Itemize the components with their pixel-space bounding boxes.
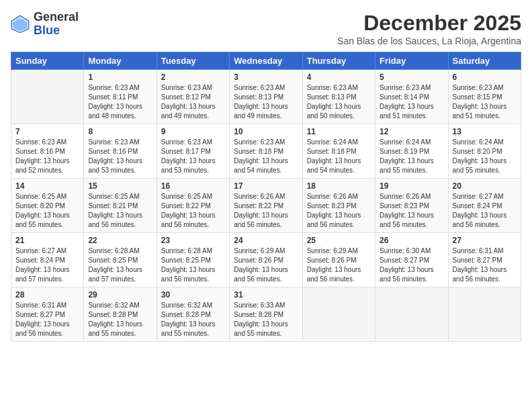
day-number: 1 [88, 73, 152, 82]
day-info: Sunrise: 6:32 AM Sunset: 8:28 PM Dayligh… [88, 301, 152, 338]
table-row [448, 287, 521, 342]
day-number: 24 [234, 236, 298, 245]
table-row: 16Sunrise: 6:25 AM Sunset: 8:22 PM Dayli… [157, 179, 229, 233]
col-friday: Friday [375, 52, 448, 70]
table-row: 1Sunrise: 6:23 AM Sunset: 8:11 PM Daylig… [84, 70, 157, 124]
table-row: 3Sunrise: 6:23 AM Sunset: 8:13 PM Daylig… [230, 70, 302, 124]
day-info: Sunrise: 6:27 AM Sunset: 8:24 PM Dayligh… [15, 246, 79, 284]
day-info: Sunrise: 6:33 AM Sunset: 8:28 PM Dayligh… [234, 301, 298, 338]
table-row: 14Sunrise: 6:25 AM Sunset: 8:20 PM Dayli… [11, 179, 84, 233]
day-number: 15 [88, 181, 152, 191]
day-number: 7 [15, 127, 79, 136]
day-info: Sunrise: 6:26 AM Sunset: 8:23 PM Dayligh… [307, 192, 371, 230]
day-number: 19 [380, 181, 443, 191]
table-row: 9Sunrise: 6:23 AM Sunset: 8:17 PM Daylig… [157, 124, 229, 179]
day-number: 29 [88, 290, 152, 300]
day-number: 11 [307, 127, 371, 136]
day-number: 4 [307, 73, 371, 82]
table-row: 20Sunrise: 6:27 AM Sunset: 8:24 PM Dayli… [448, 179, 521, 233]
table-row: 17Sunrise: 6:26 AM Sunset: 8:22 PM Dayli… [230, 179, 302, 233]
day-number: 12 [380, 127, 443, 136]
day-number: 18 [307, 181, 371, 191]
col-wednesday: Wednesday [230, 52, 302, 70]
day-number: 9 [161, 127, 225, 136]
table-row [11, 70, 84, 124]
table-row: 21Sunrise: 6:27 AM Sunset: 8:24 PM Dayli… [11, 233, 84, 287]
day-info: Sunrise: 6:26 AM Sunset: 8:22 PM Dayligh… [234, 192, 298, 230]
day-info: Sunrise: 6:23 AM Sunset: 8:17 PM Dayligh… [161, 138, 225, 175]
table-row: 11Sunrise: 6:24 AM Sunset: 8:18 PM Dayli… [302, 124, 375, 179]
day-info: Sunrise: 6:25 AM Sunset: 8:21 PM Dayligh… [88, 192, 152, 230]
day-info: Sunrise: 6:30 AM Sunset: 8:27 PM Dayligh… [380, 246, 443, 284]
table-row: 30Sunrise: 6:32 AM Sunset: 8:28 PM Dayli… [157, 287, 229, 342]
day-number: 28 [15, 290, 79, 300]
calendar-week-2: 7Sunrise: 6:23 AM Sunset: 8:16 PM Daylig… [11, 124, 521, 179]
day-info: Sunrise: 6:32 AM Sunset: 8:28 PM Dayligh… [161, 301, 225, 338]
logo: General Blue [11, 11, 79, 38]
day-number: 10 [234, 127, 298, 136]
day-info: Sunrise: 6:23 AM Sunset: 8:15 PM Dayligh… [453, 83, 517, 121]
day-info: Sunrise: 6:29 AM Sunset: 8:26 PM Dayligh… [307, 246, 371, 284]
title-section: December 2025 San Blas de los Sauces, La… [337, 11, 521, 46]
day-info: Sunrise: 6:28 AM Sunset: 8:25 PM Dayligh… [161, 246, 225, 284]
table-row: 23Sunrise: 6:28 AM Sunset: 8:25 PM Dayli… [157, 233, 229, 287]
table-row [302, 287, 375, 342]
table-row: 10Sunrise: 6:23 AM Sunset: 8:18 PM Dayli… [230, 124, 302, 179]
day-number: 8 [88, 127, 152, 136]
day-number: 23 [161, 236, 225, 245]
day-number: 5 [380, 73, 443, 82]
col-sunday: Sunday [11, 52, 84, 70]
col-saturday: Saturday [448, 52, 521, 70]
table-row: 13Sunrise: 6:24 AM Sunset: 8:20 PM Dayli… [448, 124, 521, 179]
day-info: Sunrise: 6:24 AM Sunset: 8:18 PM Dayligh… [307, 138, 371, 175]
day-number: 6 [453, 73, 517, 82]
page-header: General Blue December 2025 San Blas de l… [11, 11, 521, 46]
day-info: Sunrise: 6:23 AM Sunset: 8:13 PM Dayligh… [234, 83, 298, 121]
table-row: 8Sunrise: 6:23 AM Sunset: 8:16 PM Daylig… [84, 124, 157, 179]
col-monday: Monday [84, 52, 157, 70]
col-thursday: Thursday [302, 52, 375, 70]
calendar-week-5: 28Sunrise: 6:31 AM Sunset: 8:27 PM Dayli… [11, 287, 521, 342]
day-info: Sunrise: 6:29 AM Sunset: 8:26 PM Dayligh… [234, 246, 298, 284]
table-row: 4Sunrise: 6:23 AM Sunset: 8:13 PM Daylig… [302, 70, 375, 124]
table-row: 18Sunrise: 6:26 AM Sunset: 8:23 PM Dayli… [302, 179, 375, 233]
day-number: 21 [15, 236, 79, 245]
table-row: 31Sunrise: 6:33 AM Sunset: 8:28 PM Dayli… [230, 287, 302, 342]
calendar-table: Sunday Monday Tuesday Wednesday Thursday… [11, 52, 521, 342]
day-number: 16 [161, 181, 225, 191]
calendar-week-1: 1Sunrise: 6:23 AM Sunset: 8:11 PM Daylig… [11, 70, 521, 124]
logo-blue: Blue [34, 24, 79, 38]
day-number: 22 [88, 236, 152, 245]
day-number: 25 [307, 236, 371, 245]
table-row: 12Sunrise: 6:24 AM Sunset: 8:19 PM Dayli… [375, 124, 448, 179]
day-number: 3 [234, 73, 298, 82]
table-row: 15Sunrise: 6:25 AM Sunset: 8:21 PM Dayli… [84, 179, 157, 233]
day-info: Sunrise: 6:28 AM Sunset: 8:25 PM Dayligh… [88, 246, 152, 284]
day-number: 17 [234, 181, 298, 191]
table-row: 24Sunrise: 6:29 AM Sunset: 8:26 PM Dayli… [230, 233, 302, 287]
day-info: Sunrise: 6:31 AM Sunset: 8:27 PM Dayligh… [15, 301, 79, 338]
day-number: 20 [453, 181, 517, 191]
table-row: 6Sunrise: 6:23 AM Sunset: 8:15 PM Daylig… [448, 70, 521, 124]
table-row: 28Sunrise: 6:31 AM Sunset: 8:27 PM Dayli… [11, 287, 84, 342]
month-title: December 2025 [337, 11, 521, 36]
day-info: Sunrise: 6:27 AM Sunset: 8:24 PM Dayligh… [453, 192, 517, 230]
day-info: Sunrise: 6:25 AM Sunset: 8:20 PM Dayligh… [15, 192, 79, 230]
table-row: 26Sunrise: 6:30 AM Sunset: 8:27 PM Dayli… [375, 233, 448, 287]
table-row: 25Sunrise: 6:29 AM Sunset: 8:26 PM Dayli… [302, 233, 375, 287]
table-row: 2Sunrise: 6:23 AM Sunset: 8:12 PM Daylig… [157, 70, 229, 124]
location-subtitle: San Blas de los Sauces, La Rioja, Argent… [337, 36, 521, 46]
day-number: 2 [161, 73, 225, 82]
day-info: Sunrise: 6:23 AM Sunset: 8:18 PM Dayligh… [234, 138, 298, 175]
day-info: Sunrise: 6:26 AM Sunset: 8:23 PM Dayligh… [380, 192, 443, 230]
logo-icon [11, 15, 30, 34]
table-row: 22Sunrise: 6:28 AM Sunset: 8:25 PM Dayli… [84, 233, 157, 287]
day-info: Sunrise: 6:23 AM Sunset: 8:12 PM Dayligh… [161, 83, 225, 121]
day-info: Sunrise: 6:25 AM Sunset: 8:22 PM Dayligh… [161, 192, 225, 230]
day-number: 26 [380, 236, 443, 245]
logo-general: General [34, 11, 79, 24]
table-row: 19Sunrise: 6:26 AM Sunset: 8:23 PM Dayli… [375, 179, 448, 233]
day-number: 30 [161, 290, 225, 300]
table-row [375, 287, 448, 342]
day-number: 27 [453, 236, 517, 245]
